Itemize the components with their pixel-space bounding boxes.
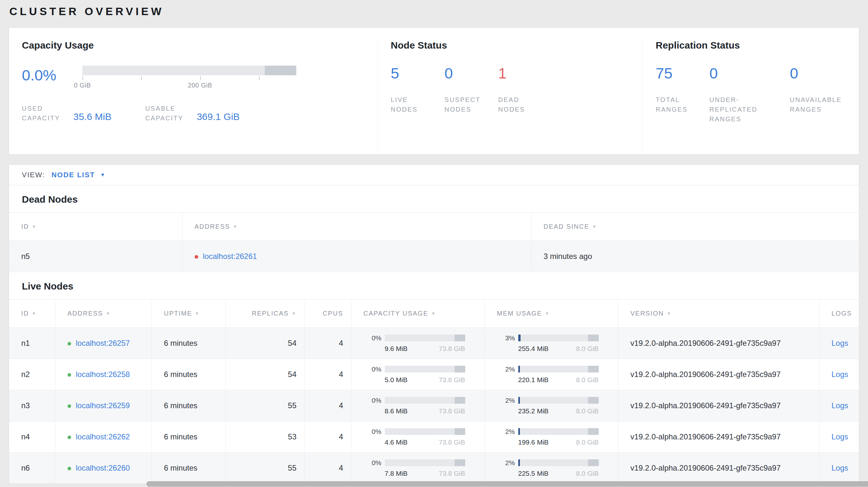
- node-version-cell: v19.2.0-alpha.20190606-2491-gfe735c9a97: [618, 453, 819, 484]
- dead-col-dead-since[interactable]: DEAD SINCE▼: [531, 213, 859, 241]
- capacity-usage-title: Capacity Usage: [22, 40, 365, 51]
- suspect-nodes-label: SUSPECT NODES: [445, 95, 482, 114]
- cluster-summary-card: Capacity Usage 0.0% 0 GiB200 GiB USED CA…: [9, 27, 859, 155]
- usable-capacity-stat: USABLE CAPACITY 369.1 GiB: [145, 104, 239, 123]
- axis-tick-label: 0 GiB: [74, 82, 91, 89]
- capacity-percent-label: 0%: [364, 459, 381, 467]
- mem-used-value: 255.4 MiB: [518, 345, 549, 353]
- live-col-replicas[interactable]: REPLICAS▼: [225, 299, 304, 328]
- live-col-capacity-usage[interactable]: CAPACITY USAGE▼: [351, 299, 485, 328]
- node-address-link[interactable]: localhost:26257: [76, 339, 130, 347]
- mem-bar-used: [518, 334, 521, 341]
- node-id-cell: n1: [9, 328, 55, 359]
- dead-node-address-link[interactable]: localhost:26261: [203, 252, 257, 261]
- live-col-uptime[interactable]: UPTIME▼: [152, 299, 225, 328]
- node-address-link[interactable]: localhost:26259: [76, 401, 130, 410]
- node-logs-cell: Logs: [819, 421, 859, 453]
- node-replicas-cell: 54: [225, 359, 304, 390]
- axis-tick: [141, 76, 142, 80]
- mem-used-value: 235.2 MiB: [518, 407, 549, 415]
- capacity-usage-bar: [385, 397, 465, 404]
- live-nodes-count: 5: [391, 66, 445, 81]
- dead-status-dot-icon: [195, 255, 198, 259]
- capacity-bar-axis: 0 GiB200 GiB: [82, 75, 296, 91]
- used-capacity-label: USED CAPACITY: [22, 104, 64, 123]
- used-capacity-value: 35.6 MiB: [73, 111, 111, 123]
- mem-used-value: 220.1 MiB: [518, 376, 549, 384]
- dead-col-id[interactable]: ID▼: [9, 213, 182, 241]
- node-list-card: VIEW: NODE LIST ▼ Dead Nodes ID▼ ADDRESS…: [9, 164, 859, 484]
- dead-node-address-cell: localhost:26261: [182, 241, 531, 272]
- logs-link[interactable]: Logs: [832, 401, 848, 410]
- node-uptime-cell: 6 minutes: [152, 328, 225, 359]
- mem-bar-secondary: [588, 366, 599, 372]
- capacity-bar-secondary: [455, 366, 465, 372]
- node-cpus-cell: 4: [304, 390, 351, 421]
- mem-percent-label: 2%: [497, 459, 515, 467]
- suspect-nodes-count: 0: [445, 66, 498, 81]
- mem-percent-label: 2%: [497, 428, 515, 435]
- live-status-dot-icon: [68, 435, 71, 439]
- node-mem-usage-cell: 2% 225.5 MiB 8.0 GiB: [485, 453, 618, 484]
- capacity-bar-secondary: [455, 459, 465, 466]
- capacity-used-percent: 0.0%: [22, 68, 67, 83]
- node-status-title: Node Status: [391, 40, 630, 51]
- node-address-link[interactable]: localhost:26262: [76, 432, 130, 441]
- node-replicas-cell: 55: [225, 453, 304, 484]
- total-ranges-label: TOTAL RANGES: [656, 95, 693, 114]
- unavailable-ranges-count: 0: [790, 66, 846, 81]
- node-id-cell: n2: [9, 359, 55, 390]
- mem-usage-bar: [518, 428, 599, 435]
- logs-link[interactable]: Logs: [832, 370, 848, 379]
- dead-col-address[interactable]: ADDRESS▼: [182, 213, 531, 241]
- node-uptime-cell: 6 minutes: [152, 421, 225, 453]
- mem-total-value: 8.0 GiB: [576, 376, 598, 384]
- node-address-cell: localhost:26258: [55, 359, 152, 390]
- mem-bar-used: [518, 428, 520, 435]
- mem-total-value: 8.0 GiB: [576, 439, 598, 446]
- node-capacity-usage-cell: 0% 5.0 MiB 73.8 GiB: [351, 359, 485, 390]
- capacity-usage-bar: [385, 366, 465, 372]
- logs-link[interactable]: Logs: [832, 339, 848, 347]
- node-id-cell: n3: [9, 390, 55, 421]
- node-address-cell: localhost:26257: [55, 328, 152, 359]
- mem-usage-bar: [518, 459, 599, 466]
- total-ranges-stat: 75 TOTAL RANGES: [656, 66, 709, 124]
- node-version-cell: v19.2.0-alpha.20190606-2491-gfe735c9a97: [618, 359, 819, 390]
- logs-link[interactable]: Logs: [832, 432, 848, 441]
- node-logs-cell: Logs: [819, 359, 859, 390]
- capacity-used-value: 4.6 MiB: [385, 439, 408, 446]
- sort-arrow-icon: ▼: [431, 311, 436, 316]
- live-col-address[interactable]: ADDRESS▼: [55, 299, 152, 328]
- live-col-version[interactable]: VERSION▼: [618, 299, 819, 328]
- node-address-link[interactable]: localhost:26260: [76, 463, 130, 472]
- live-node-row: n1 localhost:26257 6 minutes 54 4 0% 9.6…: [9, 328, 859, 359]
- node-capacity-usage-cell: 0% 9.6 MiB 73.8 GiB: [351, 328, 485, 359]
- capacity-usage-bar: [385, 428, 465, 435]
- live-col-mem-usage[interactable]: MEM USAGE▼: [485, 299, 618, 328]
- node-cpus-cell: 4: [304, 359, 351, 390]
- capacity-percent-label: 0%: [364, 397, 381, 404]
- sort-arrow-icon: ▼: [667, 311, 672, 316]
- capacity-used-value: 5.0 MiB: [385, 376, 408, 384]
- mem-bar-secondary: [588, 334, 599, 341]
- node-version-cell: v19.2.0-alpha.20190606-2491-gfe735c9a97: [618, 390, 819, 421]
- dead-node-dead-since-cell: 3 minutes ago: [531, 241, 859, 272]
- capacity-usage-bar: [82, 66, 296, 75]
- axis-tick: [200, 76, 201, 80]
- live-status-dot-icon: [68, 342, 71, 346]
- capacity-usage-bar: [385, 459, 465, 466]
- dead-nodes-heading: Dead Nodes: [9, 185, 859, 212]
- view-selector-dropdown[interactable]: VIEW: NODE LIST ▼: [9, 165, 859, 185]
- node-replicas-cell: 53: [225, 421, 304, 453]
- logs-link[interactable]: Logs: [832, 463, 848, 472]
- live-nodes-table: ID▼ ADDRESS▼ UPTIME▼ REPLICAS▼ CPUS CAPA…: [9, 299, 859, 484]
- horizontal-scrollbar-thumb[interactable]: [146, 481, 868, 487]
- live-status-dot-icon: [68, 467, 71, 470]
- live-col-id[interactable]: ID▼: [9, 299, 55, 328]
- mem-used-value: 199.6 MiB: [518, 439, 549, 446]
- sort-arrow-icon: ▼: [592, 224, 597, 229]
- node-address-link[interactable]: localhost:26258: [76, 370, 130, 379]
- node-mem-usage-cell: 2% 235.2 MiB 8.0 GiB: [485, 390, 618, 421]
- sort-arrow-icon: ▼: [195, 311, 200, 316]
